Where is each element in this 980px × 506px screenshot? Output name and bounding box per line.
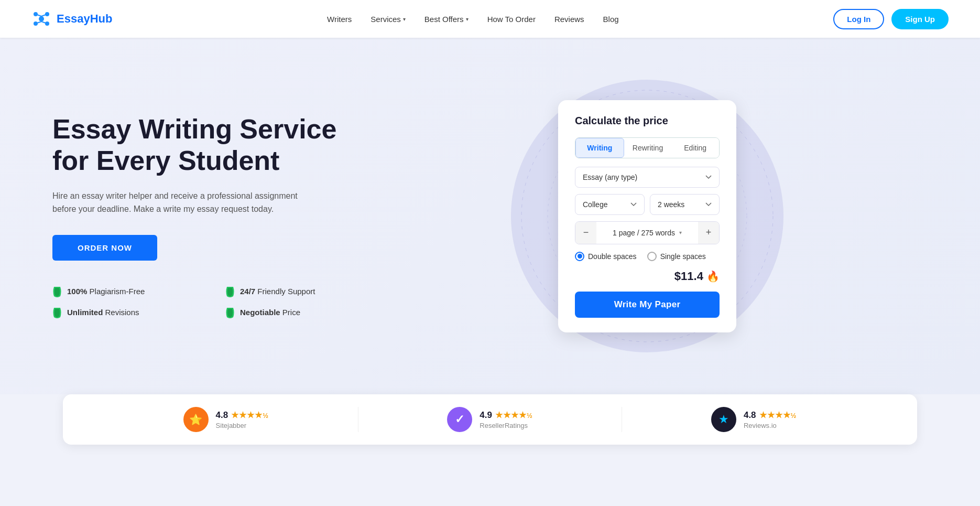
reviewsio-info: 4.8 ★★★★½ Reviews.io: [744, 410, 797, 429]
calculator-title: Calculate the price: [575, 115, 720, 127]
feature-plagiarism: 100% Plagiarism-Free: [52, 286, 194, 297]
page-bottom: ⭐ 4.8 ★★★★½ Sitejabber ✓ 4.9 ★★★★½ Resel…: [0, 394, 980, 466]
feature-support: 24/7 Friendly Support: [225, 286, 367, 297]
single-spaces-radio[interactable]: [647, 252, 657, 261]
fire-icon: 🔥: [706, 271, 720, 282]
reviewsio-score: 4.8 ★★★★½: [744, 410, 797, 421]
double-spaces-option[interactable]: Double spaces: [575, 252, 637, 261]
reviewsio-source: Reviews.io: [744, 422, 797, 429]
resellerratings-stars: ★★★★½: [495, 410, 533, 420]
logo[interactable]: EssayHub: [31, 9, 112, 29]
calculator-tabs: Writing Rewriting Editing: [575, 137, 720, 158]
hero-right: Calculate the price Writing Rewriting Ed…: [367, 100, 928, 332]
feature-100-label: 100% Plagiarism-Free: [67, 287, 145, 296]
login-button[interactable]: Log In: [833, 9, 884, 29]
sitejabber-score: 4.8 ★★★★½: [216, 410, 269, 421]
support-icon: [225, 286, 235, 297]
hero-left: Essay Writing Service for Every Student …: [52, 114, 367, 318]
nav-best-offers[interactable]: Best Offers ▾: [424, 15, 469, 24]
pages-value: 1 page / 275 words ▾: [596, 229, 698, 237]
nav-services[interactable]: Services ▾: [371, 15, 406, 24]
resellerratings-score: 4.9 ★★★★½: [480, 410, 532, 421]
svg-point-0: [39, 16, 44, 21]
ratings-bar: ⭐ 4.8 ★★★★½ Sitejabber ✓ 4.9 ★★★★½ Resel…: [63, 394, 917, 445]
hero-title: Essay Writing Service for Every Student: [52, 114, 367, 177]
resellerratings-icon: ✓: [455, 413, 464, 426]
best-offers-chevron-icon: ▾: [466, 16, 469, 22]
rating-reviewsio: ★ 4.8 ★★★★½ Reviews.io: [622, 407, 886, 432]
write-my-paper-button[interactable]: Write My Paper: [575, 292, 720, 318]
sitejabber-badge: ⭐: [183, 407, 209, 432]
paper-type-select[interactable]: Essay (any type): [575, 167, 720, 188]
resellerratings-info: 4.9 ★★★★½ ResellerRatings: [480, 410, 532, 429]
spacing-options: Double spaces Single spaces: [575, 252, 720, 261]
resellerratings-source: ResellerRatings: [480, 422, 532, 429]
nav-reviews[interactable]: Reviews: [554, 15, 584, 24]
pages-counter: − 1 page / 275 words ▾ +: [575, 221, 720, 244]
sitejabber-info: 4.8 ★★★★½ Sitejabber: [216, 410, 269, 429]
nav-blog[interactable]: Blog: [603, 15, 619, 24]
single-spaces-option[interactable]: Single spaces: [647, 252, 706, 261]
header: EssayHub Writers Services ▾ Best Offers …: [0, 0, 980, 38]
plagiarism-icon: [52, 286, 62, 297]
tab-editing[interactable]: Editing: [671, 138, 719, 158]
tab-writing[interactable]: Writing: [575, 138, 624, 158]
main-nav: Writers Services ▾ Best Offers ▾ How To …: [327, 15, 619, 24]
calculator-card: Calculate the price Writing Rewriting Ed…: [558, 100, 736, 332]
logo-icon: [31, 9, 51, 29]
sitejabber-source: Sitejabber: [216, 422, 269, 429]
feature-negotiable-label: Negotiable Price: [240, 308, 300, 317]
logo-text: EssayHub: [57, 12, 112, 26]
pages-increase-button[interactable]: +: [698, 222, 719, 244]
deadline-select[interactable]: 2 weeks: [650, 194, 720, 215]
hero-subtitle: Hire an essay writer helper and receive …: [52, 189, 304, 216]
signup-button[interactable]: Sign Up: [891, 9, 949, 29]
feature-unlimited-label: Unlimited Revisions: [67, 308, 139, 317]
pages-decrease-button[interactable]: −: [575, 222, 596, 244]
reviewsio-icon: ★: [718, 413, 729, 426]
rating-resellerratings: ✓ 4.9 ★★★★½ ResellerRatings: [358, 407, 623, 432]
sitejabber-stars: ★★★★½: [231, 410, 269, 420]
tab-rewriting[interactable]: Rewriting: [624, 138, 672, 158]
calc-level-deadline-row: College 2 weeks: [575, 194, 720, 215]
reviewsio-badge: ★: [711, 407, 736, 432]
nav-how-to-order[interactable]: How To Order: [487, 15, 536, 24]
feature-247-label: 24/7 Friendly Support: [240, 287, 315, 296]
header-actions: Log In Sign Up: [833, 9, 949, 29]
nav-writers[interactable]: Writers: [327, 15, 352, 24]
feature-price: Negotiable Price: [225, 307, 367, 318]
services-chevron-icon: ▾: [403, 16, 406, 22]
rating-sitejabber: ⭐ 4.8 ★★★★½ Sitejabber: [94, 407, 358, 432]
pages-chevron-icon: ▾: [679, 230, 682, 235]
feature-revisions: Unlimited Revisions: [52, 307, 194, 318]
resellerratings-badge: ✓: [447, 407, 472, 432]
revisions-icon: [52, 307, 62, 318]
price-display: $11.4 🔥: [575, 270, 720, 283]
hero-section: Essay Writing Service for Every Student …: [0, 38, 980, 394]
academic-level-select[interactable]: College: [575, 194, 645, 215]
double-spaces-radio[interactable]: [575, 252, 584, 261]
order-now-button[interactable]: ORDER NOW: [52, 235, 157, 261]
sitejabber-icon: ⭐: [189, 413, 202, 426]
reviewsio-stars: ★★★★½: [759, 410, 797, 420]
price-icon: [225, 307, 235, 318]
features-grid: 100% Plagiarism-Free 24/7 Friendly Suppo…: [52, 286, 367, 318]
